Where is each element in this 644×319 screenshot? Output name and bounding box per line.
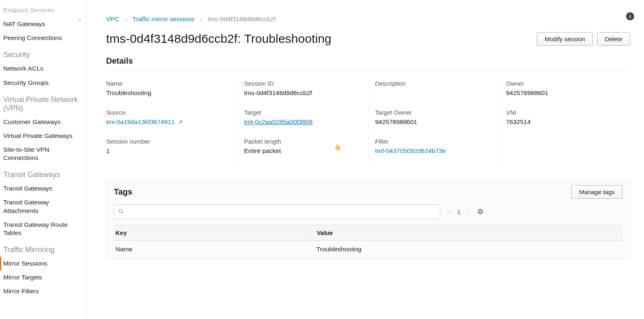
target-label: Target (244, 109, 362, 116)
manage-tags-button[interactable]: Manage tags (571, 185, 622, 199)
pager-prev[interactable]: ‹ (449, 208, 451, 215)
tags-table-header: Key Value (114, 225, 622, 241)
svg-line-1 (122, 212, 124, 213)
sidebar-item[interactable]: Endpoint Services (0, 3, 86, 17)
session-number-label: Session number (106, 138, 231, 145)
sidebar-item[interactable]: Site-to-Site VPN Connections (0, 143, 86, 165)
details-heading: Details (106, 56, 630, 66)
svg-point-0 (119, 209, 122, 212)
pager-page: 1 (457, 208, 460, 215)
sidebar-item[interactable]: NAT Gateways (0, 17, 86, 31)
sidebar-heading: Transit Gateways (0, 165, 86, 182)
pager: ‹ 1 › (449, 208, 469, 215)
sidebar-heading: Traffic Mirroring (0, 240, 86, 257)
sidebar-heading: Security (0, 45, 86, 62)
pager-next[interactable]: › (467, 208, 469, 215)
sidebar: ‹ Endpoint ServicesNAT GatewaysPeering C… (0, 0, 87, 319)
packet-length-label: Packet length (244, 138, 362, 145)
tags-search[interactable] (114, 204, 440, 219)
sidebar-item[interactable]: Customer Gateways (0, 115, 86, 129)
search-icon (118, 208, 124, 215)
sidebar-item[interactable]: Virtual Private Gateways (0, 129, 86, 143)
chevron-left-icon: ‹ (79, 16, 81, 22)
packet-length-value: Entire packet (244, 147, 362, 155)
filter-label: Filter (375, 138, 493, 145)
tag-key: Name (115, 246, 310, 253)
owner-label: Owner (506, 80, 624, 87)
sidebar-collapse-toggle[interactable]: ‹ (76, 16, 84, 23)
filter-link[interactable]: tmf-043705092d624b73e (375, 147, 446, 154)
session-id-value: tms-0d4f3148d9d6ccb2f (244, 89, 362, 97)
table-row: Name Troubleshooting (114, 241, 622, 258)
details-grid: Name Troubleshooting Session ID tms-0d4f… (106, 78, 630, 165)
session-number-value: 1 (106, 147, 231, 155)
breadcrumb-current: tms-0d4f3148d9d6ccb2f (208, 16, 275, 23)
owner-value: 942578988601 (506, 89, 624, 97)
source-label: Source (106, 109, 231, 116)
modify-session-button[interactable]: Modify session (537, 32, 593, 46)
sidebar-item[interactable]: Transit Gateway Route Tables (0, 218, 86, 240)
col-value[interactable]: Value (310, 229, 621, 236)
target-owner-label: Target Owner (375, 109, 493, 116)
sidebar-item[interactable]: Network ACLs (0, 62, 86, 75)
sidebar-item[interactable]: Transit Gateways (0, 182, 86, 195)
col-key[interactable]: Key (115, 229, 310, 236)
target-owner-value: 942578988601 (375, 118, 493, 126)
info-icon[interactable]: i (626, 12, 634, 20)
breadcrumb-root[interactable]: VPC (106, 16, 119, 23)
info-glyph: i (629, 13, 631, 20)
name-value: Troubleshooting (106, 89, 231, 97)
tag-value: Troubleshooting (310, 246, 621, 253)
sidebar-item[interactable]: Transit Gateway Attachments (0, 195, 86, 217)
page-title: tms-0d4f3148d9d6ccb2f: Troubleshooting (106, 32, 331, 46)
session-id-label: Session ID (244, 80, 362, 87)
target-link[interactable]: tmt-0c2aa0285a00f3606 (244, 118, 313, 125)
sidebar-item[interactable]: Mirror Targets (0, 270, 86, 284)
chevron-right-icon: › (125, 16, 127, 22)
tags-search-input[interactable] (127, 208, 436, 215)
sidebar-item[interactable]: Peering Connections (0, 31, 86, 45)
sidebar-item[interactable]: Mirror Sessions (0, 257, 86, 270)
description-label: Description (375, 80, 493, 87)
main-content: i VPC › Traffic mirror sessions › tms-0d… (87, 0, 644, 319)
chevron-right-icon: › (200, 16, 202, 22)
gear-icon[interactable]: ⚙ (477, 207, 484, 216)
tags-heading: Tags (114, 187, 132, 197)
sidebar-item[interactable]: Mirror Filters (0, 284, 86, 298)
tags-panel: Tags Manage tags ‹ 1 › ⚙ Key (106, 179, 630, 259)
external-link-icon: ↗ (178, 119, 183, 125)
vni-label: VNI (506, 109, 624, 116)
sidebar-item[interactable]: Security Groups (0, 76, 86, 90)
delete-button[interactable]: Delete (597, 32, 630, 46)
breadcrumb-sessions[interactable]: Traffic mirror sessions (133, 16, 195, 23)
source-link[interactable]: eni-0a19da13bf3674811 (106, 118, 175, 125)
name-label: Name (106, 80, 231, 87)
sidebar-heading: Virtual Private Network (VPN) (0, 90, 86, 115)
vni-value: 7632514 (506, 118, 624, 126)
breadcrumb: VPC › Traffic mirror sessions › tms-0d4f… (106, 16, 630, 23)
